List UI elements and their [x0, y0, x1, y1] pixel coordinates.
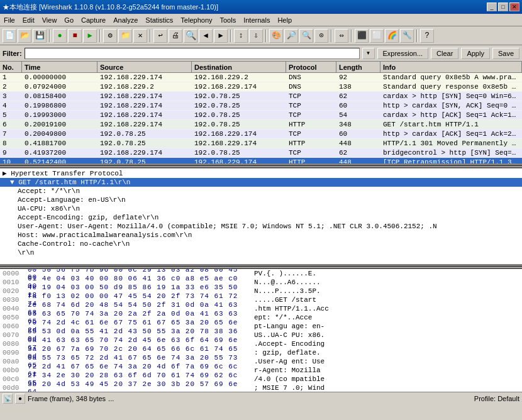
detail-section[interactable]: Accept: */*\r\n: [0, 187, 522, 196]
packet-row[interactable]: 10.00000000192.168.229.174192.168.229.2D…: [0, 73, 522, 82]
packet-cell: 192.0.78.25: [192, 149, 286, 157]
toolbar-close[interactable]: ✕: [133, 29, 147, 43]
toolbar-help[interactable]: ?: [420, 29, 434, 43]
menu-item-internals[interactable]: Internals: [240, 15, 274, 25]
toolbar-goto[interactable]: ⇩: [249, 29, 263, 43]
menu-item-analyze[interactable]: Analyze: [109, 15, 142, 25]
minimize-button[interactable]: _: [487, 3, 497, 11]
packet-cell: 9: [0, 149, 22, 157]
menu-item-tools[interactable]: Tools: [216, 15, 240, 25]
filter-dropdown[interactable]: ▼: [362, 48, 375, 59]
toolbar-capture-start[interactable]: ●: [53, 29, 67, 43]
toolbar-zoom-in[interactable]: 🔎: [284, 29, 298, 43]
save-button[interactable]: Save: [492, 48, 519, 59]
packet-cell: HTTP: [286, 140, 336, 147]
col-time[interactable]: Time: [22, 62, 97, 72]
packet-list: No. Time Source Destination Protocol Len…: [0, 62, 522, 165]
detail-section[interactable]: Host: www.practicalmalwareanalysis.com\r…: [0, 231, 522, 240]
toolbar-coloring[interactable]: 🎨: [269, 29, 283, 43]
col-info[interactable]: Info: [380, 62, 522, 72]
toolbar-display-filters[interactable]: ⬜: [370, 29, 384, 43]
toolbar-new[interactable]: 📄: [3, 29, 16, 43]
toolbar-jump[interactable]: ↕: [234, 29, 248, 43]
filter-input[interactable]: [25, 48, 360, 59]
col-proto[interactable]: Protocol: [286, 62, 336, 72]
toolbar-colorize[interactable]: 🌈: [385, 29, 399, 43]
packet-row[interactable]: 70.20049800192.0.78.25192.168.229.174TCP…: [0, 130, 522, 139]
menu-item-file[interactable]: File: [0, 15, 19, 25]
packet-row[interactable]: 20.07924000192.168.229.2192.168.229.174D…: [0, 82, 522, 92]
packet-cell: TCP: [286, 92, 336, 100]
toolbar-print[interactable]: 🖨: [169, 29, 182, 43]
packet-row[interactable]: 100.52142400192.0.78.25192.168.229.174HT…: [0, 158, 522, 165]
packet-cell: 7: [0, 130, 22, 138]
packet-cell: 192.0.78.25: [192, 121, 286, 128]
menu-item-help[interactable]: Help: [274, 15, 296, 25]
col-source[interactable]: Source: [97, 62, 192, 72]
packet-cell: TCP: [286, 130, 336, 138]
hex-ascii: ; MSIE 7 .0; Wind: [252, 384, 327, 392]
hex-ascii: US..UA-C PU: x86.: [252, 331, 327, 339]
close-button[interactable]: ✕: [509, 3, 519, 11]
titlebar-title: ★本地连接 [Wireshark 1.10.8 (v1.10.8-2-g52a5…: [3, 3, 218, 12]
detail-section[interactable]: \r\n: [0, 248, 522, 257]
toolbar-open[interactable]: 📂: [18, 29, 31, 43]
col-dest[interactable]: Destination: [192, 62, 286, 72]
toolbar-capture-options[interactable]: ⚙: [103, 29, 117, 43]
detail-section[interactable]: ▼ GET /start.htm HTTP/1.1\r\n: [0, 178, 522, 187]
detail-section[interactable]: Cache-Control: no-cache\r\n: [0, 240, 522, 248]
toolbar-capture-stop[interactable]: ■: [68, 29, 82, 43]
packet-cell: 192.168.229.174: [97, 121, 192, 128]
hex-offset: 0080: [0, 340, 25, 348]
packet-cell: 192.168.229.174: [97, 74, 192, 81]
toolbar-reload[interactable]: ↩: [153, 29, 167, 43]
packet-row[interactable]: 50.19993000192.168.229.174192.0.78.25TCP…: [0, 111, 522, 120]
apply-button[interactable]: Apply: [461, 48, 490, 59]
packet-cell: 348: [336, 121, 380, 128]
expression-button[interactable]: Expression...: [377, 48, 429, 59]
detail-section[interactable]: Accept-Encoding: gzip, deflate\r\n: [0, 213, 522, 222]
toolbar-save[interactable]: 💾: [33, 29, 47, 43]
col-len[interactable]: Length: [336, 62, 380, 72]
toolbar-next[interactable]: ▶: [214, 29, 228, 43]
menu-item-go[interactable]: Go: [60, 15, 77, 25]
hex-offset: 00c0: [0, 375, 25, 383]
detail-section[interactable]: User-Agent: User-Agent: Mozilla/4.0 (com…: [0, 222, 522, 231]
packet-list-header: No. Time Source Destination Protocol Len…: [0, 62, 522, 73]
toolbar-pref[interactable]: 🔧: [400, 29, 414, 43]
packet-cell: TCP: [286, 102, 336, 109]
menu-item-telephony[interactable]: Telephony: [177, 15, 216, 25]
hex-ascii: N...@...A6......: [252, 279, 323, 286]
menu-item-edit[interactable]: Edit: [19, 15, 38, 25]
toolbar-zoom-out[interactable]: 🔍: [299, 29, 313, 43]
packet-row[interactable]: 40.19986800192.168.229.174192.0.78.25TCP…: [0, 101, 522, 111]
toolbar-normal[interactable]: ⊙: [314, 29, 328, 43]
clear-button[interactable]: Clear: [431, 48, 458, 59]
toolbar-capture-filters[interactable]: ⬛: [355, 29, 369, 43]
menu-item-statistics[interactable]: Statistics: [142, 15, 177, 25]
profile-info: Profile: Default: [474, 395, 519, 402]
toolbar-open-file[interactable]: 📁: [118, 29, 132, 43]
hex-rows: 000000 50 56 f5 7b 96 00 0c 29 13 03 a2 …: [0, 269, 522, 392]
toolbar-prev[interactable]: ◀: [199, 29, 213, 43]
detail-section[interactable]: ▶ Hypertext Transfer Protocol: [0, 169, 522, 178]
toolbar-find[interactable]: 🔍: [184, 29, 197, 43]
hex-bytes: 3b 20 4d 53 49 45 20 37 2e 30 3b 20 57 6…: [25, 380, 252, 392]
toolbar-resize-col[interactable]: ⇔: [335, 29, 348, 43]
detail-section[interactable]: Accept-Language: en-US\r\n: [0, 196, 522, 204]
hex-offset: 0030: [0, 296, 25, 304]
packet-cell: 3: [0, 92, 22, 100]
menu-item-view[interactable]: View: [38, 15, 61, 25]
packet-row[interactable]: 90.41937200192.168.229.174192.0.78.25TCP…: [0, 148, 522, 158]
packet-row[interactable]: 60.20019100192.168.229.174192.0.78.25HTT…: [0, 120, 522, 130]
detail-section[interactable]: UA-CPU: x86\r\n: [0, 204, 522, 213]
hex-row: 00d03b 20 4d 53 49 45 20 37 2e 30 3b 20 …: [0, 384, 522, 392]
toolbar-capture-restart[interactable]: ▶: [83, 29, 97, 43]
col-no[interactable]: No.: [0, 62, 22, 72]
packet-cell: 1: [0, 74, 22, 81]
maximize-button[interactable]: □: [498, 3, 508, 11]
packet-row[interactable]: 30.08158400192.168.229.174192.0.78.25TCP…: [0, 92, 522, 101]
packet-row[interactable]: 80.41881700192.0.78.25192.168.229.174HTT…: [0, 139, 522, 148]
menu-item-capture[interactable]: Capture: [77, 15, 109, 25]
toolbar-sep-8: [416, 30, 418, 42]
